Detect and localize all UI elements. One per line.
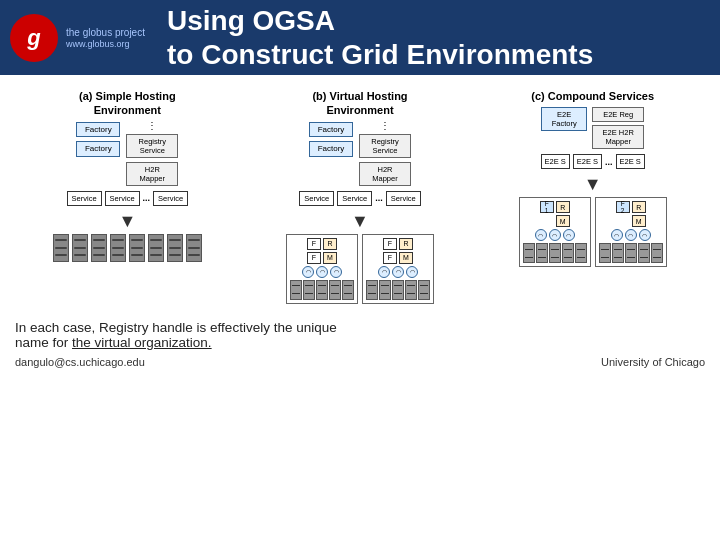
m-box-b1: M — [323, 252, 337, 264]
r-box-c2: R — [632, 201, 646, 213]
rack-c1 — [523, 243, 587, 263]
registry-box-b: RegistryService — [359, 134, 411, 158]
service-box-a3: Service — [153, 191, 188, 206]
e2e-s-box2: E2E S — [573, 154, 602, 169]
rack-c2 — [599, 243, 663, 263]
comp-sub-c2: F2 R M ◠ ◠ ◠ — [595, 197, 667, 267]
arrow-a: ▼ — [118, 211, 136, 232]
bottom-line1: In each case, Registry handle is effecti… — [15, 320, 705, 335]
e2e-s-box1: E2E S — [541, 154, 570, 169]
service-box-b2: Service — [337, 191, 372, 206]
smiley-c1c: ◠ — [563, 229, 575, 241]
service-box-b3: Service — [386, 191, 421, 206]
virt-containers-b: F R F M ◠ ◠ ◠ — [286, 234, 434, 304]
main-content: (a) Simple Hosting Environment Factory F… — [0, 75, 720, 314]
diagram-a: (a) Simple Hosting Environment Factory F… — [15, 89, 240, 304]
arrow-c: ▼ — [584, 174, 602, 195]
smiley-b2a: ◠ — [378, 266, 390, 278]
diagram-c-title: (c) Compound Services — [531, 89, 654, 103]
f-box-b1b: F — [307, 252, 321, 264]
virt-sub-b1: F R F M ◠ ◠ ◠ — [286, 234, 358, 304]
footer-right: University of Chicago — [601, 356, 705, 368]
r-box-b2: R — [399, 238, 413, 250]
m-box-b2: M — [399, 252, 413, 264]
smiley-c1b: ◠ — [549, 229, 561, 241]
factory-box-b2: Factory — [309, 141, 353, 157]
smiley-b2b: ◠ — [392, 266, 404, 278]
rack-a — [53, 234, 202, 262]
smiley-c2b: ◠ — [625, 229, 637, 241]
globus-logo-icon: g — [10, 14, 58, 62]
dots-v-b: ⋮ — [380, 122, 390, 130]
diagram-c: (c) Compound Services E2EFactory E2E Reg… — [480, 89, 705, 304]
r-box-b1: R — [323, 238, 337, 250]
diagram-b: (b) Virtual Hosting Environment Factory … — [248, 89, 473, 304]
h2r-box-b: H2RMapper — [359, 162, 411, 186]
f1-box: F1 — [540, 201, 554, 213]
e2e-reg-box: E2E Reg — [592, 107, 644, 122]
logo-project-name: the globus project — [66, 27, 145, 39]
compound-containers: F1 R M ◠ ◠ ◠ — [519, 197, 667, 267]
e2e-service-row: E2E S E2E S ... E2E S — [541, 154, 645, 169]
service-box-a1: Service — [67, 191, 102, 206]
service-box-b1: Service — [299, 191, 334, 206]
bottom-text: In each case, Registry handle is effecti… — [0, 314, 720, 354]
smiley-c1a: ◠ — [535, 229, 547, 241]
footer: dangulo@cs.uchicago.edu University of Ch… — [0, 354, 720, 370]
diagram-a-title: (a) Simple Hosting Environment — [79, 89, 176, 118]
rack-b2 — [366, 280, 430, 300]
m-box-c2: M — [632, 215, 646, 227]
f-box-b1: F — [307, 238, 321, 250]
service-row-b: Service Service ... Service — [299, 191, 421, 206]
smiley-b1a: ◠ — [302, 266, 314, 278]
factory-box-a1: Factory — [76, 122, 120, 138]
smiley-c2c: ◠ — [639, 229, 651, 241]
m-box-c1: M — [556, 215, 570, 227]
dots-a: ... — [143, 193, 151, 203]
dots-b: ... — [375, 193, 383, 203]
header: g the globus project www.globus.org Usin… — [0, 0, 720, 75]
e2e-factory-box: E2EFactory — [541, 107, 587, 131]
smiley-b1b: ◠ — [316, 266, 328, 278]
dots-v-a: ⋮ — [147, 122, 157, 130]
smiley-b2c: ◠ — [406, 266, 418, 278]
underline-text: the virtual organization. — [72, 335, 212, 350]
f2-box: F2 — [616, 201, 630, 213]
f-box-b2: F — [383, 238, 397, 250]
service-box-a2: Service — [105, 191, 140, 206]
h2r-box-a: H2RMapper — [126, 162, 178, 186]
smiley-c2a: ◠ — [611, 229, 623, 241]
page-title: Using OGSA to Construct Grid Environment… — [167, 4, 593, 71]
arrow-b: ▼ — [351, 211, 369, 232]
bottom-line2: name for the virtual organization. — [15, 335, 705, 350]
virt-sub-b2: F R F M ◠ ◠ ◠ — [362, 234, 434, 304]
f-box-b2b: F — [383, 252, 397, 264]
footer-left: dangulo@cs.uchicago.edu — [15, 356, 145, 368]
logo-url: www.globus.org — [66, 39, 145, 49]
smiley-b1c: ◠ — [330, 266, 342, 278]
logo-text: the globus project www.globus.org — [66, 27, 145, 49]
r-box-c1: R — [556, 201, 570, 213]
factory-box-b1: Factory — [309, 122, 353, 138]
rack-b1 — [290, 280, 354, 300]
factory-box-a2: Factory — [76, 141, 120, 157]
e2e-h2r-box: E2E H2RMapper — [592, 125, 644, 149]
diagram-b-title: (b) Virtual Hosting Environment — [312, 89, 407, 118]
logo-area: g the globus project www.globus.org — [10, 14, 145, 62]
diagrams-row: (a) Simple Hosting Environment Factory F… — [15, 89, 705, 304]
dots-c: ... — [605, 157, 613, 167]
comp-sub-c1: F1 R M ◠ ◠ ◠ — [519, 197, 591, 267]
e2e-s-box3: E2E S — [616, 154, 645, 169]
service-row-a: Service Service ... Service — [67, 191, 189, 206]
registry-box-a: RegistryService — [126, 134, 178, 158]
